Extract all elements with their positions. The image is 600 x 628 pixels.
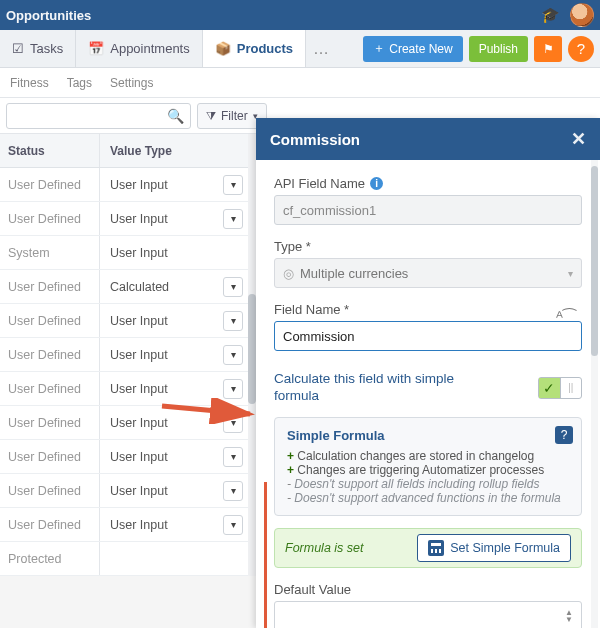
tab-tasks[interactable]: ☑ Tasks [0,30,76,67]
set-simple-formula-label: Set Simple Formula [450,541,560,555]
cell-status: User Defined [0,440,100,473]
plus-icon: ＋ [373,40,385,57]
header-valuetype[interactable]: Value Type [100,134,250,167]
tab-appointments[interactable]: 📅 Appointments [76,30,203,67]
set-simple-formula-button[interactable]: Set Simple Formula [417,534,571,562]
type-select[interactable]: ◎ Multiple currencies ▾ [274,258,582,288]
subtab-fitness[interactable]: Fitness [10,76,49,90]
valuetype-dropdown[interactable]: ▾ [223,481,243,501]
api-field-name-label: API Field Name [274,176,365,191]
field-name-input[interactable] [274,321,582,351]
translate-icon[interactable]: ᴬ⁀ [556,308,576,327]
toggle-off-icon: || [561,378,582,398]
box-icon: 📦 [215,41,231,56]
close-icon: ✕ [571,129,586,149]
chevron-down-icon: ▾ [231,281,236,292]
question-icon: ? [577,40,585,57]
default-value-input[interactable]: ▲ ▼ [274,601,582,628]
valuetype-text: User Input [110,416,168,430]
flag-button[interactable]: ⚑ [534,36,562,62]
search-icon[interactable]: 🔍 [167,108,184,124]
cell-valuetype: User Input▾ [100,474,250,507]
valuetype-dropdown[interactable]: ▾ [223,209,243,229]
cell-valuetype: User Input▾ [100,508,250,541]
chevron-down-icon: ▾ [231,417,236,428]
valuetype-text: User Input [110,382,168,396]
avatar[interactable] [570,3,594,27]
settings-subtabs: Fitness Tags Settings [0,68,600,98]
search-input[interactable] [13,108,167,124]
info-icon[interactable]: i [370,177,383,190]
number-stepper[interactable]: ▲ ▼ [565,609,573,623]
create-new-button[interactable]: ＋ Create New [363,36,462,62]
valuetype-dropdown[interactable]: ▾ [223,379,243,399]
valuetype-text: User Input [110,518,168,532]
cell-valuetype: User Input [100,236,250,269]
valuetype-text: User Input [110,314,168,328]
cell-status: User Defined [0,270,100,303]
cell-status: Protected [0,542,100,575]
panel-close-button[interactable]: ✕ [571,128,586,150]
tabs-more[interactable]: … [306,30,336,67]
valuetype-dropdown[interactable]: ▾ [223,447,243,467]
academy-icon[interactable]: 🎓 [541,6,560,24]
step-down-icon[interactable]: ▼ [565,616,573,623]
valuetype-text: User Input [110,348,168,362]
question-icon: ? [561,428,568,442]
valuetype-text: User Input [110,212,168,226]
chevron-down-icon: ▾ [231,519,236,530]
cell-status: User Defined [0,338,100,371]
search-box[interactable]: 🔍 [6,103,191,129]
required-indicator [264,482,267,628]
commission-panel: Commission ✕ API Field Name i Type * ◎ M… [256,118,600,628]
valuetype-text: Calculated [110,280,169,294]
valuetype-dropdown[interactable]: ▾ [223,515,243,535]
cell-valuetype: User Input▾ [100,440,250,473]
chevron-down-icon: ▾ [231,315,236,326]
chevron-down-icon: ▾ [231,349,236,360]
header-status[interactable]: Status [0,134,100,167]
funnel-icon: ⧩ [206,109,216,123]
cell-valuetype [100,542,250,575]
cell-valuetype: User Input▾ [100,168,250,201]
valuetype-text: User Input [110,484,168,498]
chevron-down-icon: ▾ [231,383,236,394]
cell-status: User Defined [0,304,100,337]
tab-appointments-label: Appointments [110,41,190,56]
module-title: Opportunities [6,8,91,23]
valuetype-dropdown[interactable]: ▾ [223,311,243,331]
valuetype-dropdown[interactable]: ▾ [223,345,243,365]
chevron-down-icon: ▾ [231,451,236,462]
cell-valuetype: User Input▾ [100,304,250,337]
formula-con-1: Doesn't support all fields including rol… [287,477,569,491]
formula-status-label: Formula is set [285,541,364,555]
formula-help-button[interactable]: ? [555,426,573,444]
publish-button[interactable]: Publish [469,36,528,62]
valuetype-dropdown[interactable]: ▾ [223,175,243,195]
create-new-label: Create New [389,42,452,56]
chevron-down-icon: ▾ [568,268,573,279]
table-scroll-thumb[interactable] [248,294,256,404]
toggle-on-icon: ✓ [539,378,561,398]
cell-status: User Defined [0,202,100,235]
flag-icon: ⚑ [543,42,554,56]
cell-status: User Defined [0,372,100,405]
tab-products[interactable]: 📦 Products [203,30,306,67]
subtab-tags[interactable]: Tags [67,76,92,90]
app-topbar: Opportunities 🎓 [0,0,600,30]
calc-toggle[interactable]: ✓ || [538,377,582,399]
valuetype-dropdown[interactable]: ▾ [223,277,243,297]
checkbox-icon: ☑ [12,41,24,56]
cell-valuetype: User Input▾ [100,338,250,371]
cell-status: User Defined [0,168,100,201]
cell-status: System [0,236,100,269]
formula-con-2: Doesn't support advanced functions in th… [287,491,569,505]
calendar-icon: 📅 [88,41,104,56]
subtab-settings[interactable]: Settings [110,76,153,90]
valuetype-dropdown[interactable]: ▾ [223,413,243,433]
panel-scroll-thumb[interactable] [591,166,598,356]
panel-header: Commission ✕ [256,118,600,160]
help-button[interactable]: ? [568,36,594,62]
cell-status: User Defined [0,406,100,439]
module-tabs: ☑ Tasks 📅 Appointments 📦 Products … ＋ Cr… [0,30,600,68]
